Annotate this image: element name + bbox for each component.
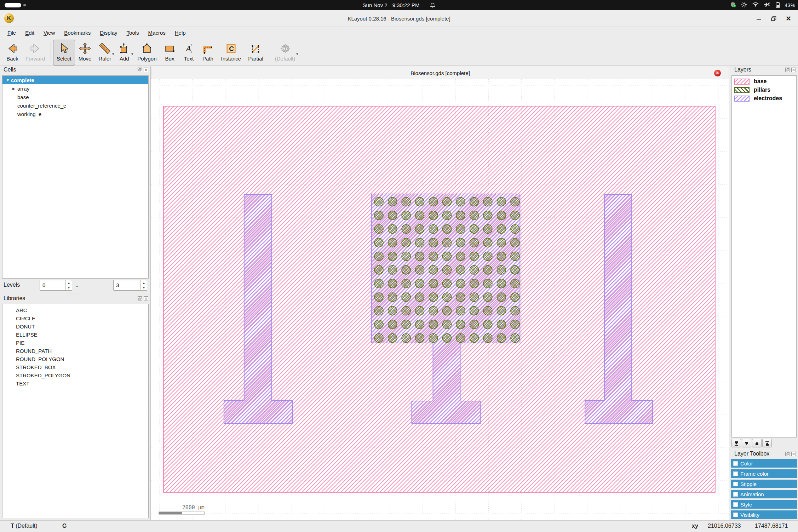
levels-to-spinbox[interactable]: 3 ▲▼ <box>113 280 147 291</box>
layer-item-pillars[interactable]: pillars <box>732 86 796 94</box>
close-button[interactable]: ✕ <box>785 15 792 22</box>
text-icon: A <box>183 41 195 56</box>
document-tab[interactable]: Biosensor.gds [complete] <box>152 67 729 79</box>
menu-bookmarks[interactable]: Bookmarks <box>59 27 95 39</box>
cell-item-working_e[interactable]: working_e <box>2 110 148 118</box>
dropdown-arrow-icon[interactable]: ▼ <box>295 52 299 56</box>
add-tool-button[interactable]: Add▼ <box>115 40 134 65</box>
restore-button[interactable] <box>770 15 777 22</box>
cells-float-icon[interactable] <box>138 67 142 74</box>
libraries-panel-header: Libraries <box>0 295 150 304</box>
checkbox[interactable] <box>733 471 738 476</box>
cell-item-counter_reference_e[interactable]: counter_reference_e <box>2 101 148 110</box>
back-icon <box>6 41 18 56</box>
toolbox-row-animation[interactable]: Animation <box>731 490 797 498</box>
polygon-tool-button[interactable]: Polygon <box>134 40 160 65</box>
menu-help[interactable]: Help <box>170 27 190 39</box>
layer-swatch-base[interactable] <box>734 79 750 85</box>
move-layer-to-bottom-button[interactable] <box>731 439 741 447</box>
toolbox-row-visibility[interactable]: Visibility <box>731 510 797 519</box>
layer-swatch-electrodes[interactable] <box>734 96 750 102</box>
menu-view[interactable]: View <box>39 27 59 39</box>
move-icon <box>79 41 91 56</box>
cells-close-icon[interactable] <box>144 67 148 74</box>
layer-move-buttons <box>731 439 772 447</box>
partial-tool-button[interactable]: Partial <box>245 40 267 65</box>
checkbox[interactable] <box>733 492 738 497</box>
menu-display[interactable]: Display <box>95 27 122 39</box>
menu-file[interactable]: File <box>3 27 21 39</box>
toolbox-row-color[interactable]: Color <box>731 459 797 468</box>
toolbox-row-frame-color[interactable]: Frame color <box>731 469 797 478</box>
status-bar: T (Default) G xy 21016.06733 17487.68171 <box>0 520 798 532</box>
menu-macros[interactable]: Macros <box>144 27 170 39</box>
layers-close-icon[interactable] <box>791 67 796 74</box>
move-layer-up-button[interactable] <box>752 439 762 447</box>
toolbox-row-stipple[interactable]: Stipple <box>731 480 797 488</box>
layer-toolbox-close-icon[interactable] <box>791 451 796 458</box>
library-item-text[interactable]: TEXT <box>2 379 148 388</box>
shield-check-icon <box>730 2 736 9</box>
library-item-round_polygon[interactable]: ROUND_POLYGON <box>2 355 148 363</box>
tab-close-icon[interactable]: ✕ <box>714 70 721 76</box>
back-tool-button[interactable]: Back <box>3 40 22 65</box>
layer-toolbox-header: Layer Toolbox <box>730 451 798 459</box>
cell-item-complete[interactable]: ▼complete <box>2 76 148 84</box>
libraries-close-icon[interactable] <box>144 296 148 302</box>
layout-canvas[interactable]: 2000 µm <box>151 79 729 520</box>
splitter-handle[interactable]: ······ <box>69 291 81 295</box>
library-item-round_path[interactable]: ROUND_PATH <box>2 347 148 355</box>
checkbox[interactable] <box>733 482 738 486</box>
library-item-stroked_box[interactable]: STROKED_BOX <box>2 363 148 371</box>
layers-list: basepillarselectrodes <box>731 75 797 437</box>
menu-edit[interactable]: Edit <box>21 27 39 39</box>
ruler-tool-button[interactable]: Ruler▼ <box>95 40 115 65</box>
path-tool-button[interactable]: Path <box>198 40 217 65</box>
clock-menu[interactable]: Sun Nov 2 9:30:22 PM <box>0 0 798 10</box>
tree-caret-icon[interactable]: ▶ <box>12 87 17 91</box>
partial-icon <box>249 41 262 56</box>
dropdown-arrow-icon[interactable]: ▼ <box>131 52 134 56</box>
layer-swatch-pillars[interactable] <box>734 87 750 93</box>
levels-from-spinbox[interactable]: 0 ▲▼ <box>40 280 72 291</box>
checkbox[interactable] <box>733 513 738 517</box>
library-item-circle[interactable]: CIRCLE <box>2 314 148 322</box>
checkbox[interactable] <box>733 502 738 507</box>
spin-up-icon: ▲ <box>66 280 72 285</box>
menu-bar: FileEditViewBookmarksDisplayToolsMacrosH… <box>0 27 798 39</box>
default-icon: T <box>279 41 291 56</box>
tree-caret-icon[interactable]: ▼ <box>6 78 11 82</box>
minimize-button[interactable] <box>756 15 762 22</box>
layers-float-icon[interactable] <box>785 67 790 74</box>
toolbar-separator <box>51 42 51 62</box>
system-tray[interactable]: 43% <box>730 0 795 10</box>
move-layer-down-button[interactable] <box>742 439 751 447</box>
toolbar-separator <box>269 42 269 62</box>
library-item-arc[interactable]: ARC <box>2 306 148 314</box>
path-icon <box>202 41 214 56</box>
layer-item-electrodes[interactable]: electrodes <box>732 94 796 103</box>
default-tool-button: T(Default)▼ <box>271 40 299 65</box>
layers-panel-header: Layers <box>730 67 798 75</box>
audio-muted-icon <box>764 2 770 8</box>
system-date: Sun Nov 2 <box>363 2 387 8</box>
move-layer-to-top-button[interactable] <box>762 439 772 447</box>
instance-tool-button[interactable]: CInstance <box>217 40 245 65</box>
toolbox-row-style[interactable]: Style <box>731 500 797 509</box>
layer-toolbox-float-icon[interactable] <box>785 451 790 458</box>
menu-tools[interactable]: Tools <box>122 27 144 39</box>
dropdown-arrow-icon[interactable]: ▼ <box>111 52 115 56</box>
cell-item-array[interactable]: ▶array <box>2 84 148 93</box>
libraries-float-icon[interactable] <box>138 296 142 302</box>
cell-item-base[interactable]: base <box>2 93 148 101</box>
library-item-stroked_polygon[interactable]: STROKED_POLYGON <box>2 371 148 379</box>
select-tool-button[interactable]: Select <box>53 40 75 65</box>
library-item-donut[interactable]: DONUT <box>2 322 148 331</box>
move-tool-button[interactable]: Move <box>75 40 95 65</box>
checkbox[interactable] <box>733 461 738 466</box>
text-tool-button[interactable]: AText <box>179 40 198 65</box>
layer-item-base[interactable]: base <box>732 77 796 86</box>
box-tool-button[interactable]: Box <box>160 40 179 65</box>
library-item-pie[interactable]: PIE <box>2 339 148 347</box>
library-item-ellipse[interactable]: ELLIPSE <box>2 331 148 339</box>
